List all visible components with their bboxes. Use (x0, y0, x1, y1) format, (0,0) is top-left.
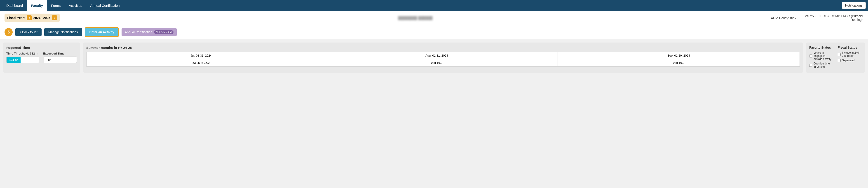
apm-policy: APM Policy: 025 (771, 16, 796, 20)
include-report-checkbox[interactable] (838, 53, 841, 56)
fiscal-status-col: Fiscal Status Include in 240-246 report … (838, 46, 862, 70)
include-report-checkbox-item[interactable]: Include in 240-246 report (838, 51, 862, 57)
fiscal-year-label: Fiscal Year: (7, 16, 25, 20)
annual-certification-label: Annual Certification (125, 30, 152, 34)
separated-checkbox-item[interactable]: Separated (838, 59, 862, 62)
fiscal-year-value: 2024 - 2025 (33, 16, 51, 20)
faculty-name: ████████ ██████ (64, 16, 766, 20)
fiscal-year-prev[interactable]: < (27, 16, 32, 20)
reported-time-title: Reported Time (6, 46, 77, 50)
navbar: Dashboard Faculty Forms Activities Annua… (0, 0, 868, 11)
exceeded-label: Exceeded Time (43, 52, 64, 55)
summer-months-section: Summer months in FY 24-25 Jul. 01-31, 20… (83, 43, 803, 73)
fiscal-year-box: Fiscal Year: < 2024 - 2025 > (4, 14, 60, 22)
override-label: Override time threshold (813, 62, 833, 68)
summer-col-1: Jul. 01-31, 2024 (87, 52, 316, 59)
nav-annual-certification[interactable]: Annual Certification (86, 0, 124, 11)
enter-activity-button[interactable]: Enter an Activity (85, 27, 119, 37)
time-progress-bar: 134 hr (6, 57, 39, 63)
status-section: Faculty Status Leave to engage in outsid… (806, 43, 865, 73)
action-row: 5 < Back to list Manage Notifications En… (0, 25, 868, 39)
reported-time-section: Reported Time Time Threshold: 312 hr Exc… (3, 43, 80, 73)
nav-activities[interactable]: Activities (65, 0, 86, 11)
department-info: 24025 - ELECT & COMP ENGR (Primary, Rout… (800, 14, 864, 22)
summer-title: Summer months in FY 24-25 (86, 46, 800, 50)
summer-col-2: Aug. 01-31, 2024 (316, 52, 558, 59)
faculty-status-col: Faculty Status Leave to engage in outsid… (809, 46, 833, 70)
info-row: Fiscal Year: < 2024 - 2025 > ████████ ██… (0, 11, 868, 25)
status-grid: Faculty Status Leave to engage in outsid… (809, 46, 862, 70)
faculty-status-title: Faculty Status (809, 46, 833, 49)
nav-dashboard[interactable]: Dashboard (2, 0, 27, 11)
summer-val-2: 0 of 16.0 (316, 59, 558, 66)
leave-label: Leave to engage in outside activity (813, 51, 833, 61)
fiscal-status-title: Fiscal Status (838, 46, 862, 49)
notifications-button[interactable]: Notifications (842, 2, 866, 9)
nav-forms[interactable]: Forms (47, 0, 65, 11)
main-content: Reported Time Time Threshold: 312 hr Exc… (0, 39, 868, 76)
override-checkbox-item[interactable]: Override time threshold (809, 62, 833, 68)
separated-checkbox[interactable] (838, 59, 841, 62)
threshold-label: Time Threshold: 312 hr (6, 52, 39, 55)
summer-val-3: 0 of 16.0 (558, 59, 800, 66)
override-checkbox[interactable] (809, 64, 812, 67)
step-badge: 5 (4, 28, 13, 36)
summer-col-3: Sep. 01-20, 2024 (558, 52, 800, 59)
exceeded-value: 0 hr (43, 57, 77, 63)
nav-faculty[interactable]: Faculty (27, 0, 47, 11)
progress-fill: 134 hr (6, 57, 21, 63)
leave-checkbox-item[interactable]: Leave to engage in outside activity (809, 51, 833, 61)
back-to-list-button[interactable]: < Back to list (16, 28, 41, 36)
include-report-label: Include in 240-246 report (842, 51, 862, 57)
summer-table: Jul. 01-31, 2024 Aug. 01-31, 2024 Sep. 0… (86, 52, 800, 66)
summer-val-1: 53.25 of 35.2 (87, 59, 316, 66)
annual-certification-button[interactable]: Annual Certification Not Submitted (122, 28, 177, 36)
manage-notifications-button[interactable]: Manage Notifications (44, 28, 82, 36)
leave-checkbox[interactable] (809, 55, 812, 57)
separated-label: Separated (842, 59, 855, 62)
not-submitted-badge: Not Submitted (154, 30, 174, 34)
bar-value: 134 hr (9, 58, 18, 61)
fiscal-year-next[interactable]: > (52, 16, 57, 20)
